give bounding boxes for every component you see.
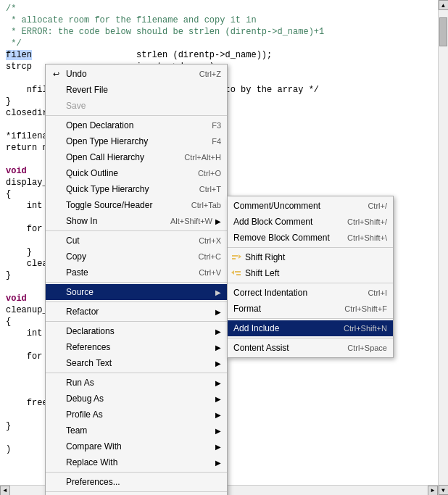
menu-item-cut[interactable]: Cut Ctrl+X [46, 233, 227, 249]
submenu-section-add-include: Add Include Ctrl+Shift+N [228, 319, 393, 338]
menu-item-open-call-hierarchy[interactable]: Open Call Hierarchy Ctrl+Alt+H [46, 149, 227, 165]
menu-item-run-as[interactable]: Run As ▶ [46, 375, 227, 391]
menu-item-open-declaration[interactable]: Open Declaration F3 [46, 117, 227, 133]
menu-item-show-in[interactable]: Show In Alt+Shift+W ▶ [46, 213, 227, 229]
menu-item-revert-file[interactable]: Revert File [46, 82, 227, 98]
menu-item-team-arrow: ▶ [215, 427, 221, 435]
menu-item-open-call-hierarchy-shortcut: Ctrl+Alt+H [184, 153, 221, 162]
menu-item-show-in-shortcut: Alt+Shift+W [170, 217, 212, 225]
menu-item-copy[interactable]: Copy Ctrl+C [46, 249, 227, 265]
menu-item-replace-with[interactable]: Replace With ▶ [46, 454, 227, 470]
svg-rect-5 [236, 274, 241, 275]
scroll-up-button[interactable]: ▲ [439, 0, 449, 10]
submenu-item-content-assist[interactable]: Content Assist Ctrl+Space [228, 340, 393, 356]
menu-section-file: ↩ Undo Ctrl+Z Revert File Save [46, 65, 227, 116]
vertical-scrollbar[interactable]: ▲ ▼ [438, 0, 448, 495]
menu-section-search: Declarations ▶ References ▶ Search Text … [46, 322, 227, 373]
menu-item-quick-type-hierarchy-label: Quick Type Hierarchy [66, 184, 194, 194]
submenu-item-format-shortcut: Ctrl+Shift+F [344, 304, 387, 313]
menu-item-quick-outline-shortcut: Ctrl+O [198, 169, 221, 178]
menu-item-profile-as-label: Profile As [66, 409, 212, 420]
menu-item-compare-with[interactable]: Compare With ▶ [46, 438, 227, 454]
submenu-item-content-assist-label: Content Assist [233, 343, 344, 353]
menu-item-copy-label: Copy [66, 251, 193, 262]
submenu-item-correct-indentation-shortcut: Ctrl+I [368, 288, 387, 297]
menu-section-refactor: Refactor ▶ [46, 302, 227, 322]
submenu-item-shift-right-label: Shift Right [245, 252, 387, 262]
menu-item-show-in-arrow: ▶ [215, 217, 221, 225]
menu-section-build: Build Configurations ▶ Make targets ▶ [46, 492, 227, 495]
menu-item-quick-type-hierarchy-shortcut: Ctrl+T [199, 185, 221, 194]
menu-item-references[interactable]: References ▶ [46, 339, 227, 355]
menu-item-declarations-arrow: ▶ [215, 328, 221, 336]
scroll-track[interactable] [439, 10, 448, 485]
submenu-item-comment-uncomment[interactable]: Comment/Uncomment Ctrl+/ [228, 198, 393, 214]
menu-section-clipboard: Cut Ctrl+X Copy Ctrl+C Paste Ctrl+V [46, 231, 227, 283]
menu-item-debug-as-arrow: ▶ [215, 395, 221, 403]
submenu-item-shift-left[interactable]: Shift Left [228, 265, 393, 281]
submenu-section-content-assist: Content Assist Ctrl+Space [228, 338, 393, 357]
menu-item-quick-outline[interactable]: Quick Outline Ctrl+O [46, 165, 227, 181]
menu-item-paste-shortcut: Ctrl+V [199, 268, 221, 277]
svg-marker-1 [238, 254, 241, 259]
menu-item-save-label: Save [66, 101, 221, 111]
svg-marker-3 [231, 270, 234, 275]
menu-item-run-as-arrow: ▶ [215, 379, 221, 387]
menu-item-undo[interactable]: ↩ Undo Ctrl+Z [46, 66, 227, 82]
menu-item-revert-label: Revert File [66, 85, 221, 95]
submenu-section-comment: Comment/Uncomment Ctrl+/ Add Block Comme… [228, 196, 393, 248]
menu-item-save[interactable]: Save [46, 98, 227, 114]
menu-item-declarations[interactable]: Declarations ▶ [46, 323, 227, 339]
menu-item-run-as-label: Run As [66, 378, 212, 388]
submenu-item-comment-uncomment-label: Comment/Uncomment [233, 201, 365, 211]
menu-item-open-type-hierarchy[interactable]: Open Type Hierarchy F4 [46, 133, 227, 149]
submenu-item-format[interactable]: Format Ctrl+Shift+F [228, 301, 393, 317]
menu-section-open: Open Declaration F3 Open Type Hierarchy … [46, 116, 227, 231]
scroll-right-button[interactable]: ► [428, 486, 438, 496]
submenu-item-shift-right[interactable]: Shift Right [228, 249, 393, 265]
menu-section-source: Source ▶ [46, 283, 227, 302]
submenu-item-shift-left-label: Shift Left [245, 268, 387, 278]
menu-item-team[interactable]: Team ▶ [46, 423, 227, 438]
submenu-item-remove-block-comment-shortcut: Ctrl+Shift+\ [347, 233, 387, 242]
menu-item-cut-shortcut: Ctrl+X [199, 236, 221, 245]
menu-item-open-declaration-shortcut: F3 [212, 121, 221, 130]
menu-item-preferences-label: Preferences... [66, 477, 221, 487]
menu-item-toggle-source-header-shortcut: Ctrl+Tab [191, 201, 221, 209]
menu-item-paste[interactable]: Paste Ctrl+V [46, 265, 227, 280]
menu-item-quick-type-hierarchy[interactable]: Quick Type Hierarchy Ctrl+T [46, 181, 227, 197]
code-line: * ERROR: the code below should be strlen… [0, 26, 448, 38]
menu-item-compare-with-arrow: ▶ [215, 443, 221, 451]
menu-item-paste-label: Paste [66, 267, 193, 278]
submenu-item-remove-block-comment[interactable]: Remove Block Comment Ctrl+Shift+\ [228, 230, 393, 246]
submenu-item-comment-uncomment-shortcut: Ctrl+/ [368, 201, 387, 210]
menu-item-preferences[interactable]: Preferences... [46, 474, 227, 490]
submenu-item-format-label: Format [233, 304, 341, 314]
menu-item-compare-with-label: Compare With [66, 441, 212, 452]
code-line: /* [0, 3, 448, 14]
menu-item-source[interactable]: Source ▶ [46, 284, 227, 300]
svg-rect-4 [235, 271, 241, 273]
menu-item-refactor-arrow: ▶ [215, 308, 221, 316]
menu-item-search-text-arrow: ▶ [215, 359, 221, 367]
submenu-item-add-block-comment[interactable]: Add Block Comment Ctrl+Shift+/ [228, 214, 393, 230]
scroll-thumb[interactable] [439, 17, 447, 46]
menu-item-copy-shortcut: Ctrl+C [199, 252, 221, 261]
submenu-item-add-block-comment-shortcut: Ctrl+Shift+/ [347, 217, 387, 226]
menu-item-debug-as[interactable]: Debug As ▶ [46, 391, 227, 407]
menu-item-search-text[interactable]: Search Text ▶ [46, 355, 227, 371]
menu-item-profile-as[interactable]: Profile As ▶ [46, 407, 227, 423]
shift-left-icon [231, 268, 242, 278]
menu-item-open-call-hierarchy-label: Open Call Hierarchy [66, 152, 178, 162]
menu-item-references-label: References [66, 342, 212, 352]
submenu-item-content-assist-shortcut: Ctrl+Space [347, 344, 387, 352]
menu-item-debug-as-label: Debug As [66, 394, 212, 404]
menu-item-refactor-label: Refactor [66, 307, 212, 317]
menu-item-refactor[interactable]: Refactor ▶ [46, 304, 227, 320]
submenu-item-correct-indentation[interactable]: Correct Indentation Ctrl+I [228, 285, 393, 301]
scroll-down-button[interactable]: ▼ [439, 485, 449, 495]
menu-item-toggle-source-header[interactable]: Toggle Source/Header Ctrl+Tab [46, 197, 227, 213]
shift-right-icon [231, 252, 242, 262]
scroll-left-button[interactable]: ◄ [0, 486, 10, 496]
submenu-item-add-include[interactable]: Add Include Ctrl+Shift+N [228, 320, 393, 336]
